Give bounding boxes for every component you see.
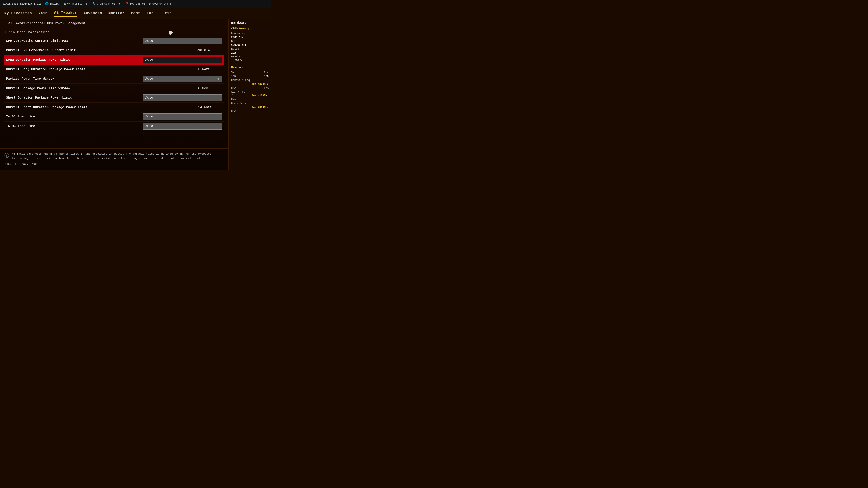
setting-current-cpu-core-cache-limit: Current CPU Core/Cache Current Limit 210… [4,46,224,55]
setting-package-power-time-window[interactable]: Package Power Time Window Auto ▼ [4,74,224,84]
back-button[interactable]: ← [4,21,7,25]
sidebar-title: Hardware [231,21,269,25]
search-label: Search(F9) [130,2,145,5]
setting-label: Long Duration Package Power Limit [6,58,143,62]
english-menu[interactable]: 🌐 English [45,2,60,6]
setting-current-long-duration-package-power-limit: Current Long Duration Package Power Limi… [4,65,224,74]
setting-value: 65 Watt [196,68,222,71]
setting-dropdown-package-power-time-window[interactable]: Auto ▼ [143,75,222,83]
setting-label: Current CPU Core/Cache Current Limit [6,48,196,52]
right-sidebar: Hardware CPU/Memory Frequency 2900 MHz B… [228,19,271,170]
setting-short-duration-package-power-limit[interactable]: Short Duration Package Power Limit Auto [4,93,224,103]
setting-current-package-power-time-window: Current Package Power Time Window 28 Sec [4,84,224,93]
info-description: An Intel parameter known as [power limit… [11,152,224,160]
sidebar-ratio-value-row: 29x [231,52,269,55]
setting-ia-ac-load-line[interactable]: IA AC Load Line Auto [4,112,224,122]
grid-icon: ⊞ [64,2,66,6]
sidebar-cache-na-row: N/A [231,110,269,113]
tab-main[interactable]: Main [38,10,48,17]
sidebar-cpu-memory-section: CPU/Memory [231,27,269,30]
setting-input-ia-dc-load-line[interactable]: Auto [143,123,222,130]
sidebar-cod-value: 125 [264,75,269,78]
tab-aitweaker[interactable]: Ai Tweaker [54,9,77,17]
tab-boot[interactable]: Boot [131,10,141,17]
myfavorite-label: MyFavorite(F3) [67,2,89,5]
sidebar-frequency-value-row: 2900 MHz [231,36,269,39]
sidebar-sp-value: 105 [231,75,236,78]
sidebar-cache-for-row: for for 4300MHz [231,106,269,109]
sidebar-avx-label: AVX V req [231,90,245,93]
sidebar-cache-for-value: for 4300MHz [252,106,269,109]
setting-value: 210.0 A [196,48,222,52]
sidebar-ratio-row: Ratio [231,47,269,51]
sidebar-dram-volt-value-row: 1.200 V [231,59,269,62]
setting-value: 28 Sec [196,87,222,90]
settings-list: CPU Core/Cache Current Limit Max. Auto C… [0,36,228,149]
sidebar-sp-label: SP [231,71,234,74]
tab-myfavorites[interactable]: My Favorites [4,10,32,17]
setting-label: CPU Core/Cache Current Limit Max. [6,39,143,43]
sidebar-avx-na: N/A [231,98,236,101]
setting-label: Package Power Time Window [6,77,143,81]
setting-label: Short Duration Package Power Limit [6,96,143,100]
myfavorite-menu[interactable]: ⊞ MyFavorite(F3) [64,2,89,6]
sidebar-nonavx-for-row: for for 4800MHz [231,83,269,86]
tab-advanced[interactable]: Advanced [84,10,102,17]
search-icon: ❓ [125,2,129,6]
qfan-menu[interactable]: 🔧 Qfan Control(F6) [92,2,121,6]
sidebar-frequency-row: Frequency [231,32,269,35]
sidebar-frequency-label: Frequency [231,32,245,35]
datetime: 02/20/2021 Saturday 23:16 [3,2,41,5]
aura-icon: ⚙ [149,2,151,6]
sidebar-bclk-label: BCLK [231,40,238,43]
setting-label: IA DC Load Line [6,124,143,128]
header-divider [4,28,224,28]
sidebar-avx-for-row: for for 4800MHz [231,94,269,97]
sidebar-dram-volt-value: 1.200 V [231,59,242,62]
setting-input-cpu-core-cache-limit-max[interactable]: Auto [143,38,222,44]
globe-icon: 🌐 [45,2,49,6]
sidebar-sp-row: SP Cod [231,71,269,74]
setting-current-short-duration-package-power-limit: Current Short Duration Package Power Lim… [4,103,224,112]
sidebar-bclk-row: BCLK [231,40,269,43]
search-menu[interactable]: ❓ Search(F9) [125,2,145,6]
sidebar-bclk-value: 100.00 MHz [231,44,247,47]
info-icon: ⓘ [4,152,9,159]
sidebar-sp-value-row: 105 125 [231,75,269,78]
setting-input-ia-ac-load-line[interactable]: Auto [143,113,222,120]
info-min: Min.: 1 [5,162,17,166]
setting-cpu-core-cache-limit-max[interactable]: CPU Core/Cache Current Limit Max. Auto [4,36,224,46]
aura-menu[interactable]: ⚙ AURA ON/OFF(F4) [149,2,175,6]
setting-long-duration-package-power-limit[interactable]: Long Duration Package Power Limit Auto [4,55,224,65]
setting-label: Current Long Duration Package Power Limi… [6,68,196,71]
sidebar-nonavx-label: NonAVX V req [231,79,250,82]
sidebar-prediction-section: Prediction [231,66,269,69]
sidebar-frequency-value: 2900 MHz [231,36,244,39]
sidebar-cache-label-row: Cache V req [231,102,269,105]
sidebar-cache-for-label: for [231,106,236,109]
sidebar-nonavx-for-value: for 4800MHz [252,83,269,86]
setting-input-short-duration[interactable]: Auto [143,94,222,101]
tab-monitor[interactable]: Monitor [108,10,125,17]
sidebar-dram-volt-row: DRAM Volt. [231,55,269,58]
sidebar-cache-label: Cache V req [231,102,248,105]
info-minmax: Min.: 1 | Max.: 4095 [4,162,224,166]
setting-input-long-duration[interactable]: Auto [143,57,222,63]
sidebar-avx-for-label: for [231,94,236,97]
info-separator: | [18,162,20,166]
sidebar-nonavx-na2: N/A [264,87,269,90]
setting-ia-dc-load-line[interactable]: IA DC Load Line Auto [4,122,224,131]
tab-exit[interactable]: Exit [162,10,172,17]
setting-label: IA AC Load Line [6,115,143,119]
chevron-down-icon: ▼ [217,77,219,81]
top-bar: 02/20/2021 Saturday 23:16 🌐 English ⊞ My… [0,0,271,8]
setting-value: 224 Watt [196,105,222,109]
sidebar-nonavx-na: N/A [231,87,236,90]
sidebar-nonavx-for-label: for [231,83,236,86]
sidebar-avx-label-row: AVX V req [231,90,269,93]
sidebar-ratio-value: 29x [231,52,236,55]
main-panel: ← Ai Tweaker\Internal CPU Power Manageme… [0,19,228,170]
tab-tool[interactable]: Tool [147,10,156,17]
breadcrumb: ← Ai Tweaker\Internal CPU Power Manageme… [0,19,228,28]
sidebar-avx-na-row: N/A [231,98,269,101]
